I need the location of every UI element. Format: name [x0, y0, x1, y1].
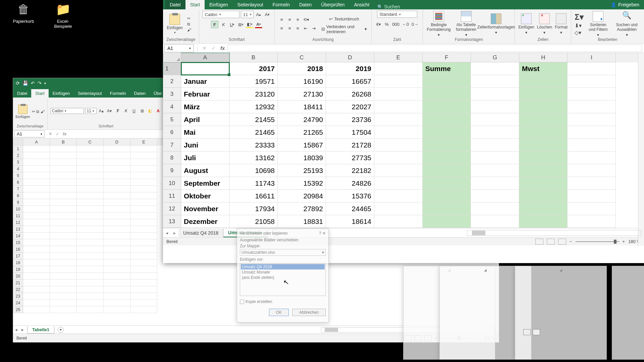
cell[interactable]: [23, 219, 50, 226]
cell[interactable]: April: [181, 113, 229, 126]
cell[interactable]: [50, 159, 77, 166]
cell[interactable]: [374, 177, 423, 190]
cell[interactable]: [50, 192, 77, 199]
cell[interactable]: [423, 177, 471, 190]
paste-button[interactable]: Einfügen▾: [166, 14, 183, 34]
borders-button[interactable]: ⊞▾: [237, 21, 245, 28]
tab-page-layout[interactable]: Seitenlayout: [233, 0, 268, 9]
cell[interactable]: [50, 233, 77, 239]
cell[interactable]: [23, 179, 50, 186]
row-header[interactable]: 15: [13, 239, 23, 246]
cell[interactable]: [130, 166, 157, 172]
zoom-in-icon[interactable]: +: [623, 239, 625, 244]
cell[interactable]: [104, 206, 130, 213]
cell[interactable]: [423, 152, 471, 164]
cell[interactable]: [568, 215, 616, 228]
cell[interactable]: [471, 62, 519, 75]
cell[interactable]: [23, 192, 50, 199]
cell[interactable]: [130, 226, 157, 233]
cell[interactable]: [23, 233, 50, 239]
cell[interactable]: [568, 177, 616, 190]
row-header[interactable]: 10: [163, 177, 181, 190]
cell[interactable]: [104, 213, 130, 219]
format-as-table-button[interactable]: Als Tabelle formatieren▾: [454, 11, 478, 37]
orientation-button[interactable]: ⟲▾: [302, 16, 310, 23]
borders-button[interactable]: ⊞: [139, 108, 146, 114]
font-color-button[interactable]: A: [155, 108, 162, 114]
autosum-button[interactable]: Σ▾: [575, 12, 583, 22]
thousands-button[interactable]: 000: [391, 20, 400, 28]
cell[interactable]: 16611: [229, 190, 278, 202]
qat-customize-icon[interactable]: ▾: [44, 81, 46, 85]
cell[interactable]: [423, 139, 471, 152]
cell[interactable]: [471, 126, 519, 139]
row-header[interactable]: 4: [13, 166, 23, 172]
cell[interactable]: [519, 88, 568, 101]
cell[interactable]: 13162: [229, 152, 278, 164]
row-header[interactable]: 2: [163, 75, 181, 88]
copy-button[interactable]: [36, 109, 39, 114]
cell[interactable]: [130, 286, 157, 293]
row-header[interactable]: 6: [163, 126, 181, 139]
cell[interactable]: [104, 152, 130, 159]
cell[interactable]: [77, 159, 104, 166]
cell[interactable]: [130, 145, 157, 152]
cell[interactable]: [519, 190, 568, 202]
cell[interactable]: [23, 166, 50, 172]
cell[interactable]: [23, 172, 50, 179]
align-right-button[interactable]: ≡: [294, 25, 302, 32]
cell[interactable]: [50, 186, 77, 192]
cell-styles-button[interactable]: Zellenformatvorlagen▾: [481, 13, 511, 35]
cell[interactable]: [104, 159, 130, 166]
desktop-icon-excel-examples[interactable]: 📁 Excel-Beispiele: [50, 1, 76, 29]
cell[interactable]: [50, 166, 77, 172]
copy-button[interactable]: [187, 22, 191, 26]
enter-formula-icon[interactable]: ✓: [211, 45, 216, 51]
close-icon[interactable]: ? ✕: [319, 231, 326, 236]
cell[interactable]: [471, 190, 519, 202]
cell[interactable]: [374, 62, 423, 75]
cell[interactable]: [471, 113, 519, 126]
tab-insert[interactable]: Einfügen: [49, 89, 74, 98]
row-header[interactable]: 1: [163, 62, 181, 75]
cell[interactable]: [104, 246, 130, 253]
cell[interactable]: [130, 206, 157, 213]
cell[interactable]: [77, 266, 104, 273]
sheet-nav-next-icon[interactable]: ▸: [171, 230, 178, 236]
cell[interactable]: [104, 259, 130, 266]
cell[interactable]: [130, 253, 157, 259]
cell[interactable]: [50, 286, 77, 293]
cell[interactable]: [471, 75, 519, 88]
view-page-layout-button[interactable]: [533, 329, 540, 335]
cell[interactable]: Juni: [181, 139, 229, 152]
cell[interactable]: [519, 101, 568, 113]
cell[interactable]: [519, 126, 568, 139]
cell[interactable]: [130, 192, 157, 199]
cell[interactable]: [104, 166, 130, 172]
row-header[interactable]: 25: [13, 306, 23, 313]
fx-icon[interactable]: fx: [220, 45, 225, 51]
cell[interactable]: [104, 192, 130, 199]
cell[interactable]: [104, 239, 130, 246]
tab-formulas[interactable]: Formeln: [106, 89, 130, 98]
row-header[interactable]: 19: [13, 266, 23, 273]
tell-me-search[interactable]: Suchen: [377, 4, 400, 9]
row-header[interactable]: 3: [163, 88, 181, 101]
row-header[interactable]: 22: [13, 286, 23, 293]
cell[interactable]: [130, 306, 157, 313]
cell[interactable]: [50, 253, 77, 259]
cell[interactable]: 24465: [326, 202, 374, 215]
cell[interactable]: [50, 246, 77, 253]
cell[interactable]: [23, 159, 50, 166]
cell[interactable]: [423, 113, 471, 126]
cell[interactable]: [374, 190, 423, 202]
cell[interactable]: [471, 139, 519, 152]
cell[interactable]: [77, 166, 104, 172]
view-normal-button[interactable]: [523, 329, 531, 335]
cell[interactable]: [23, 266, 50, 273]
delete-cells-button[interactable]: Löschen▾: [537, 13, 552, 35]
cell[interactable]: [77, 273, 104, 280]
cell[interactable]: [519, 139, 568, 152]
cell[interactable]: 16190: [278, 75, 326, 88]
cell[interactable]: Februar: [181, 88, 229, 101]
